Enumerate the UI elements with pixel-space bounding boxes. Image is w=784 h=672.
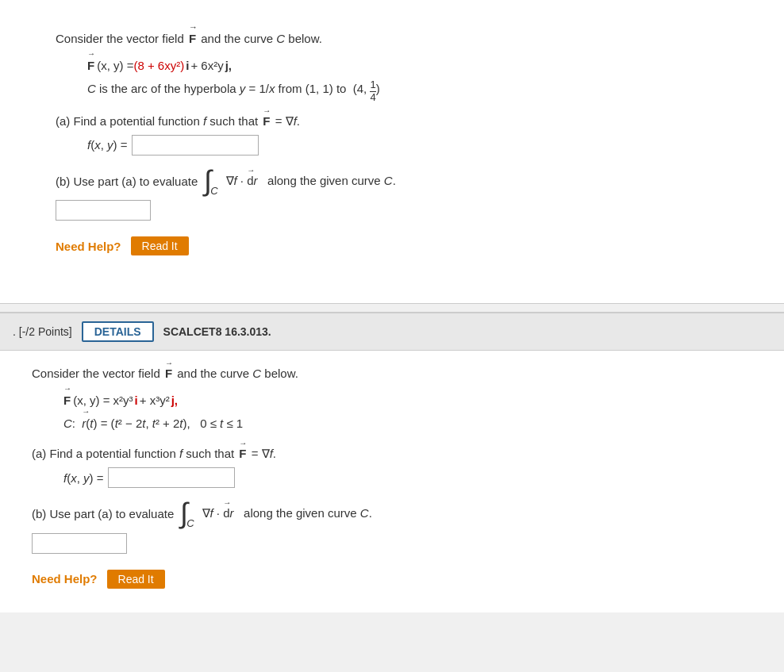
problem-2-header: . [-/2 Points] DETAILS SCALCET8 16.3.013… [0, 313, 784, 351]
F-eq-vars: (x, y) = [97, 55, 133, 76]
integral2-C-label: C [186, 517, 194, 529]
part-a-label: (a) Find a potential function f such tha… [56, 114, 736, 129]
F-equation-block: → F (x, y) = (8 + 6xy²) i + 6x²y j, C is… [87, 55, 736, 102]
part2-b-input-row [32, 533, 760, 554]
points-label: . [-/2 Points] [13, 325, 72, 338]
integral2-content: ∇f · → dr along the given curve C. [202, 506, 372, 520]
F-vector-label: F [189, 32, 196, 45]
F2-arrow: → F [63, 390, 71, 411]
read-it-button-2[interactable]: Read It [107, 570, 165, 589]
part2-b-input[interactable] [32, 533, 127, 554]
need-help-row: Need Help? Read It [56, 236, 736, 255]
part2-b-label-row: (b) Use part (a) to evaluate ∫ C ∇f · → … [32, 501, 760, 526]
fx-label: f(x, y) = [87, 138, 127, 152]
part-b-input-row [56, 200, 736, 221]
problem-1-section: Consider the vector field F and the curv… [0, 0, 784, 304]
C2-eq-text: C: → r (t) = (t² − 2t, t² + 2t), 0 ≤ t ≤… [63, 413, 243, 434]
scalcet-label: SCALCET8 16.3.013. [163, 325, 271, 338]
details-button[interactable]: DETAILS [82, 321, 154, 342]
F2-vector-label: → F [165, 367, 172, 380]
fx2-input[interactable] [108, 467, 235, 488]
part2-a-label: (a) Find a potential function f such tha… [32, 447, 760, 461]
need-help-row-2: Need Help? Read It [32, 570, 760, 589]
problem-1-body: Consider the vector field F and the curv… [24, 16, 760, 279]
need-help-label: Need Help? [56, 240, 121, 253]
problem-1-intro: Consider the vector field F and the curv… [56, 32, 736, 45]
problem-2-body: Consider the vector field → F and the cu… [0, 351, 784, 612]
integral2-container: ∫ C ∇f · → dr along the given curve C. [180, 501, 372, 526]
F-eq-i-bold: i [186, 55, 189, 76]
fx-input-line: f(x, y) = [87, 135, 736, 156]
need-help-label-2: Need Help? [32, 572, 98, 586]
part2-b-text: (b) Use part (a) to evaluate [32, 507, 174, 520]
integral-content: ∇f · → dr along the given curve C. [226, 174, 396, 188]
part-b-label-row: (b) Use part (a) to evaluate ∫ C ∇f · → … [56, 168, 736, 194]
fx2-label: f(x, y) = [63, 471, 103, 485]
C-arc-text: C is the arc of the hyperbola y = 1/x fr… [87, 78, 380, 102]
part-b-container: (b) Use part (a) to evaluate ∫ C ∇f · → … [56, 168, 736, 221]
part-b-text: (b) Use part (a) to evaluate [56, 175, 198, 188]
F2-eq-i-bold: i [135, 390, 138, 411]
F2-eq-j-bold: j, [171, 390, 178, 411]
part2-b-container: (b) Use part (a) to evaluate ∫ C ∇f · → … [32, 501, 760, 553]
integral-C-label: C [210, 185, 217, 197]
fx-input[interactable] [132, 135, 259, 156]
F-eq-plus: + 6x²y [190, 55, 223, 76]
part-b-input[interactable] [56, 200, 151, 221]
fx2-input-line: f(x, y) = [63, 467, 760, 488]
integral-container: ∫ C ∇f · → dr along the given curve C. [204, 168, 396, 194]
read-it-button[interactable]: Read It [131, 236, 189, 255]
F-arrow: → F [87, 55, 94, 76]
F-eq-colored-part: (8 + 6xy²) [133, 55, 184, 76]
F2-equation-block: → F (x, y) = x²y³ i + x³y² j, C: → r (t)… [63, 390, 760, 434]
problem-2-intro: Consider the vector field → F and the cu… [32, 367, 760, 380]
F-eq-j-bold: j, [225, 55, 232, 76]
F2-eq-plus: + x³y² [140, 390, 170, 411]
